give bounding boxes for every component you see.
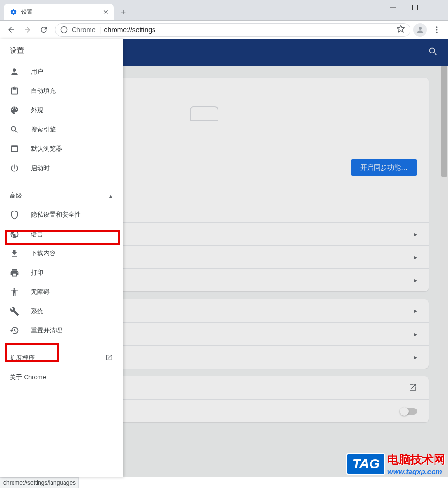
sidebar-item-label: 打印 (31, 268, 43, 277)
print-icon (10, 268, 19, 277)
sidebar-item-label: 重置并清理 (31, 326, 62, 335)
sidebar-item-label: 自动填充 (31, 87, 56, 95)
window-titlebar: 设置 ✕ + (0, 0, 448, 21)
sidebar-item-palette[interactable]: 外观 (0, 101, 123, 120)
tab-title: 设置 (21, 8, 33, 16)
sidebar-item-power[interactable]: 启动时 (0, 158, 123, 178)
sidebar-item-label: 无障碍 (31, 288, 50, 296)
about-label: 关于 Chrome (10, 373, 46, 382)
clipboard-icon (10, 86, 19, 96)
sidebar-item-clipboard[interactable]: 自动填充 (0, 81, 123, 101)
sidebar-item-accessibility[interactable]: 无障碍 (0, 282, 123, 302)
browser-icon (10, 144, 19, 154)
sidebar-advanced-toggle[interactable]: 高级 ▲ (0, 186, 123, 205)
browser-tab[interactable]: 设置 ✕ (4, 4, 114, 20)
window-close-button[interactable] (426, 0, 448, 14)
svg-point-5 (436, 26, 438, 28)
svg-rect-0 (412, 5, 417, 10)
palette-icon (10, 106, 19, 115)
window-minimize-button[interactable] (382, 0, 404, 14)
globe-icon (10, 229, 19, 239)
person-icon (10, 67, 19, 77)
back-button[interactable] (3, 23, 19, 37)
url-origin: Chrome (72, 26, 96, 34)
sidebar-item-label: 搜索引擎 (31, 125, 56, 134)
url-text: chrome://settings (104, 26, 155, 34)
sidebar-item-about[interactable]: 关于 Chrome (0, 368, 123, 387)
sidebar-item-person[interactable]: 用户 (0, 62, 123, 81)
watermark: TAG 电脑技术网 www.tagxp.com (346, 452, 445, 475)
download-icon (10, 249, 19, 258)
wrench-icon (10, 306, 19, 316)
sidebar-item-shield[interactable]: 隐私设置和安全性 (0, 205, 123, 224)
sidebar-item-print[interactable]: 打印 (0, 263, 123, 282)
profile-avatar-icon[interactable] (413, 23, 427, 37)
shield-icon (10, 210, 19, 220)
site-info-icon[interactable] (60, 26, 68, 34)
sidebar-item-wrench[interactable]: 系统 (0, 302, 123, 321)
search-icon (10, 125, 19, 134)
sidebar-title: 设置 (0, 39, 123, 62)
svg-point-6 (436, 29, 438, 30)
sidebar-item-globe[interactable]: 语言 (0, 224, 123, 244)
sidebar-item-label: 默认浏览器 (31, 145, 62, 153)
tab-close-icon[interactable]: ✕ (102, 8, 110, 16)
reload-button[interactable] (36, 23, 52, 37)
tab-favicon-icon (10, 8, 17, 16)
address-bar[interactable]: Chrome | chrome://settings (55, 23, 410, 37)
svg-rect-3 (64, 29, 64, 31)
new-tab-button[interactable]: + (116, 5, 130, 19)
browser-toolbar: Chrome | chrome://settings (0, 21, 448, 39)
sidebar-item-label: 启动时 (31, 164, 50, 172)
external-link-icon (105, 354, 113, 363)
svg-point-7 (436, 31, 438, 33)
window-maximize-button[interactable] (404, 0, 426, 14)
sidebar-item-restore[interactable]: 重置并清理 (0, 321, 123, 340)
chevron-up-icon: ▲ (108, 193, 113, 198)
sidebar-item-label: 语言 (31, 230, 43, 238)
sidebar-item-browser[interactable]: 默认浏览器 (0, 139, 123, 158)
status-bar: chrome://settings/languages (0, 477, 79, 488)
accessibility-icon (10, 287, 19, 297)
drawer-overlay[interactable] (123, 39, 448, 477)
sidebar-item-extensions[interactable]: 扩展程序 (0, 348, 123, 368)
advanced-label: 高级 (10, 191, 22, 200)
sidebar-item-label: 隐私设置和安全性 (31, 211, 81, 219)
sidebar-item-label: 系统 (31, 307, 43, 316)
sidebar-item-search[interactable]: 搜索引擎 (0, 120, 123, 139)
sidebar-item-label: 用户 (31, 67, 43, 76)
bookmark-star-icon[interactable] (397, 25, 405, 35)
settings-sidebar: 设置 用户自动填充外观搜索引擎默认浏览器启动时 高级 ▲ 隐私设置和安全性语言下… (0, 39, 123, 477)
sidebar-item-label: 外观 (31, 106, 43, 115)
page-content: 畅享 Google 的智能技术 同步并个性化设置 Chrome 开启同步功能… … (0, 39, 448, 477)
forward-button[interactable] (19, 23, 36, 37)
sidebar-item-label: 下载内容 (31, 249, 56, 258)
svg-point-2 (64, 28, 64, 28)
extensions-label: 扩展程序 (10, 354, 35, 362)
svg-point-4 (419, 27, 422, 30)
restore-icon (10, 326, 19, 335)
chrome-menu-button[interactable] (429, 23, 445, 37)
power-icon (10, 163, 19, 173)
sidebar-item-download[interactable]: 下载内容 (0, 244, 123, 263)
